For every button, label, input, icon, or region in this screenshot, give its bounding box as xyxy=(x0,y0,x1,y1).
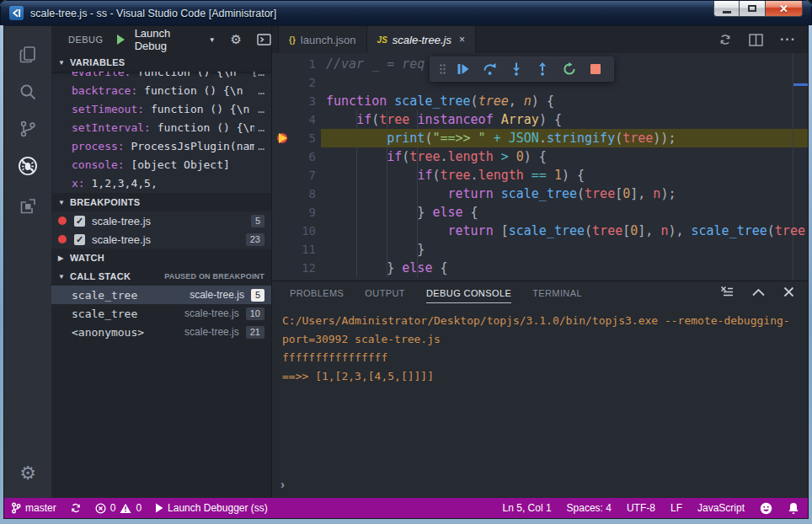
breakpoint-gutter[interactable] xyxy=(272,166,294,184)
line-number: 8 xyxy=(294,184,316,203)
expand-arrow-icon: ▶ xyxy=(58,254,70,262)
code-line[interactable]: 4 if(tree instanceof Array) { xyxy=(272,110,808,129)
code-line[interactable]: 5 print("==>> " + JSON.stringify(tree)); xyxy=(272,129,808,147)
sync-indicator[interactable] xyxy=(70,502,82,514)
frame-file: scale-tree.js xyxy=(184,307,239,319)
close-tab-icon[interactable]: × xyxy=(459,34,465,45)
clear-console-icon[interactable] xyxy=(720,286,734,298)
indentation-setting[interactable]: Spaces: 4 xyxy=(567,502,612,514)
search-icon[interactable] xyxy=(4,75,51,109)
notifications-bell-icon[interactable] xyxy=(788,502,799,515)
step-out-icon[interactable] xyxy=(533,60,552,78)
code-editor[interactable]: 1//var _ = req23function scale_tree(tree… xyxy=(272,53,808,281)
variables-section-header[interactable]: ▼ VARIABLES xyxy=(51,53,271,72)
variable-name: backtrace: xyxy=(72,82,144,100)
eol-setting[interactable]: LF xyxy=(670,502,682,514)
breakpoint-gutter[interactable] xyxy=(272,92,294,110)
call-stack-frame[interactable]: scale_treescale-tree.js10 xyxy=(51,304,271,323)
problems-indicator[interactable]: 0 0 xyxy=(95,502,142,514)
open-debug-console-icon[interactable] xyxy=(257,34,271,45)
restart-icon[interactable] xyxy=(560,60,579,78)
window-title: scale-tree.js - ss - Visual Studio Code … xyxy=(30,8,276,19)
step-into-icon[interactable] xyxy=(507,60,526,78)
cursor-position[interactable]: Ln 5, Col 1 xyxy=(503,502,552,514)
code-line[interactable]: 11 } xyxy=(272,240,808,259)
more-actions-icon[interactable]: ··· xyxy=(780,32,796,47)
launch-debugger-button[interactable]: Launch Debugger (ss) xyxy=(155,502,268,514)
call-stack-frame[interactable]: scale_treescale-tree.js5 xyxy=(51,286,271,304)
line-number: 10 xyxy=(294,222,316,240)
close-button[interactable]: ✕ xyxy=(765,1,803,17)
extensions-icon[interactable] xyxy=(4,190,51,223)
step-over-icon[interactable] xyxy=(481,60,499,78)
debug-configuration-dropdown[interactable]: Launch Debug xyxy=(135,27,204,52)
breakpoint-gutter[interactable] xyxy=(272,184,294,203)
code-line[interactable]: 10 return [scale_tree(tree[0], n), scale… xyxy=(272,222,808,240)
variable-row[interactable]: x: 1,2,3,4,5, xyxy=(51,174,271,193)
breakpoint-gutter[interactable] xyxy=(272,203,294,222)
panel-tab-output[interactable]: OUTPUT xyxy=(365,283,405,303)
activity-bar: ⚙ xyxy=(4,26,51,498)
panel-tab-debug-console[interactable]: DEBUG CONSOLE xyxy=(426,283,511,303)
call-stack-frame[interactable]: <anonymous>scale-tree.js21 xyxy=(51,323,271,341)
breakpoints-section-header[interactable]: ▼ BREAKPOINTS xyxy=(51,193,271,211)
debug-icon[interactable] xyxy=(4,149,51,183)
ellipsis-more: … xyxy=(258,100,264,119)
feedback-smiley-icon[interactable] xyxy=(760,502,772,515)
code-line[interactable]: 7 if(tree.length == 1) { xyxy=(272,166,808,184)
code-line[interactable]: 8 return scale_tree(tree[0], n); xyxy=(272,184,808,203)
refresh-icon[interactable] xyxy=(719,33,732,46)
variable-row[interactable]: setInterval: function () {\n… xyxy=(51,119,271,137)
chevron-down-icon[interactable]: ▼ xyxy=(209,36,216,44)
toolbar-drag-handle[interactable] xyxy=(439,63,446,75)
encoding-setting[interactable]: UTF-8 xyxy=(627,502,655,514)
continue-icon[interactable] xyxy=(454,60,473,78)
source-control-icon[interactable] xyxy=(4,112,51,146)
git-branch-indicator[interactable]: master xyxy=(11,502,56,514)
breakpoint-gutter[interactable] xyxy=(272,147,294,166)
breakpoint-checkbox[interactable]: ✓ xyxy=(74,216,85,227)
breakpoint-gutter[interactable] xyxy=(272,110,294,129)
title-bar: scale-tree.js - ss - Visual Studio Code … xyxy=(0,0,812,25)
split-editor-icon[interactable] xyxy=(749,34,763,46)
code-line[interactable]: 12 } else { xyxy=(272,259,808,277)
debug-console-output[interactable]: C:/Users/Administrator/Desktop/topjs/3.1… xyxy=(272,305,808,498)
code-line[interactable]: 9 } else { xyxy=(272,203,808,222)
variable-row[interactable]: evalFile: function () {\n[… xyxy=(51,72,271,82)
breakpoint-row[interactable]: ✓scale-tree.js5 xyxy=(51,211,271,230)
breakpoint-gutter[interactable] xyxy=(272,55,294,73)
breakpoint-gutter[interactable] xyxy=(272,73,294,92)
variable-row[interactable]: process: ProcessJsPlugin(name… xyxy=(51,137,271,156)
maximize-panel-icon[interactable] xyxy=(752,288,765,297)
language-mode[interactable]: JavaScript xyxy=(697,502,745,514)
call-stack-section-header[interactable]: ▼ CALL STACK PAUSED ON BREAKPOINT xyxy=(51,267,271,286)
breakpoint-gutter[interactable] xyxy=(272,222,294,240)
variable-row[interactable]: backtrace: function () {\n… xyxy=(51,82,271,100)
configure-gear-icon[interactable]: ⚙ xyxy=(231,32,242,47)
panel-tab-terminal[interactable]: TERMINAL xyxy=(532,283,582,303)
breakpoint-checkbox[interactable]: ✓ xyxy=(74,234,85,245)
maximize-button[interactable] xyxy=(740,1,765,17)
scrollbar-track[interactable] xyxy=(793,53,793,281)
editor-tab-bar: {} launch.json JS scale-tree.js × xyxy=(272,26,808,53)
variable-row[interactable]: setTimeout: function () {\n… xyxy=(51,100,271,119)
variable-row[interactable]: console: [object Object] xyxy=(51,156,271,174)
stop-icon[interactable] xyxy=(586,60,605,78)
start-debug-icon[interactable] xyxy=(117,35,125,45)
panel-tab-problems[interactable]: PROBLEMS xyxy=(290,283,344,303)
breakpoint-gutter[interactable] xyxy=(272,259,294,277)
tab-scale-tree-js[interactable]: JS scale-tree.js × xyxy=(367,26,476,53)
console-input-prompt[interactable]: › xyxy=(280,477,285,491)
breakpoint-gutter[interactable] xyxy=(272,240,294,259)
code-line[interactable]: 6 if(tree.length > 0) { xyxy=(272,147,808,166)
line-number: 4 xyxy=(294,110,316,129)
close-panel-icon[interactable] xyxy=(783,286,794,297)
watch-section-header[interactable]: ▶ WATCH xyxy=(51,249,271,267)
tab-launch-json[interactable]: {} launch.json xyxy=(278,26,367,53)
explorer-icon[interactable] xyxy=(4,38,51,72)
breakpoint-gutter[interactable] xyxy=(272,129,294,147)
settings-gear-icon[interactable]: ⚙ xyxy=(4,463,51,484)
breakpoint-row[interactable]: ✓scale-tree.js23 xyxy=(51,230,271,249)
code-line[interactable]: 3function scale_tree(tree, n) { xyxy=(272,92,808,110)
minimize-button[interactable] xyxy=(713,1,740,17)
